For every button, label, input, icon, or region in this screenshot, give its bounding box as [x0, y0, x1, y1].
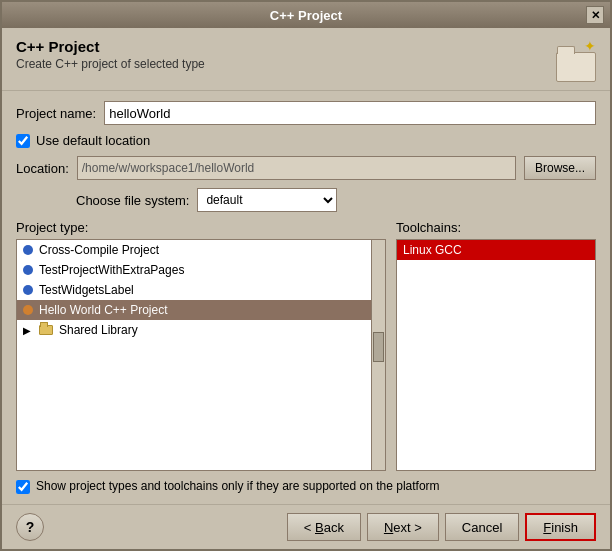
use-default-location-label: Use default location [36, 133, 150, 148]
project-type-label: Project type: [16, 220, 386, 235]
toolchains-label: Toolchains: [396, 220, 596, 235]
project-toolchain-section: Project type: Cross-Compile Project Test… [16, 220, 596, 471]
cancel-button[interactable]: Cancel [445, 513, 519, 541]
folder-item [39, 325, 53, 335]
project-type-list-container: Cross-Compile Project TestProjectWithExt… [16, 239, 386, 471]
notice-highlight: if [247, 479, 253, 493]
location-row: Location: Browse... [16, 156, 596, 180]
toolchain-item-selected[interactable]: Linux GCC [397, 240, 595, 260]
toolchain-item-label: Linux GCC [403, 243, 462, 257]
dot-icon [23, 285, 33, 295]
next-button-label: Next > [384, 520, 422, 535]
next-button[interactable]: Next > [367, 513, 439, 541]
notice-text: Show project types and toolchains only i… [36, 479, 440, 493]
location-label: Location: [16, 161, 69, 176]
use-default-location-row: Use default location [16, 133, 596, 148]
back-button-label: < Back [304, 520, 344, 535]
project-type-item-label: Hello World C++ Project [39, 303, 168, 317]
project-name-label: Project name: [16, 106, 96, 121]
project-type-list: Cross-Compile Project TestProjectWithExt… [17, 240, 385, 470]
list-item[interactable]: TestWidgetsLabel [17, 280, 385, 300]
filesystem-select[interactable]: default [197, 188, 337, 212]
scrollbar-track[interactable] [371, 240, 385, 470]
notice-text-before: Show project types and toolchains only [36, 479, 247, 493]
main-content: Project name: Use default location Locat… [2, 91, 610, 504]
project-type-item-label: Cross-Compile Project [39, 243, 159, 257]
button-bar: ? < Back Next > Cancel Finish [2, 504, 610, 549]
dialog-subtitle: Create C++ project of selected type [16, 57, 205, 71]
header-icon-area: ✦ [546, 38, 596, 82]
folder-icon [39, 325, 53, 335]
project-type-item-label: Shared Library [59, 323, 138, 337]
dialog-title: C++ Project [16, 38, 205, 55]
scrollbar-thumb[interactable] [373, 332, 384, 362]
project-name-input[interactable] [104, 101, 596, 125]
folder-icon [556, 52, 596, 82]
filesystem-label: Choose file system: [76, 193, 189, 208]
close-icon: ✕ [591, 9, 600, 22]
list-item[interactable]: ▶ Shared Library [17, 320, 385, 340]
location-input[interactable] [77, 156, 516, 180]
project-name-row: Project name: [16, 101, 596, 125]
finish-button-label: Finish [543, 520, 578, 535]
window-title: C++ Project [270, 8, 342, 23]
dot-icon [23, 245, 33, 255]
header-left: C++ Project Create C++ project of select… [16, 38, 205, 71]
header-section: C++ Project Create C++ project of select… [2, 28, 610, 91]
list-item[interactable]: Cross-Compile Project [17, 240, 385, 260]
expand-arrow-icon: ▶ [23, 325, 31, 336]
notice-text-after: they are supported on the platform [256, 479, 439, 493]
action-buttons: < Back Next > Cancel Finish [287, 513, 596, 541]
toolchain-list: Linux GCC [396, 239, 596, 471]
notice-row: Show project types and toolchains only i… [16, 479, 596, 494]
dot-icon [23, 265, 33, 275]
list-item-selected[interactable]: Hello World C++ Project [17, 300, 385, 320]
project-type-item-label: TestWidgetsLabel [39, 283, 134, 297]
browse-button[interactable]: Browse... [524, 156, 596, 180]
toolchain-panel: Toolchains: Linux GCC [396, 220, 596, 471]
use-default-location-checkbox[interactable] [16, 134, 30, 148]
finish-button[interactable]: Finish [525, 513, 596, 541]
notice-checkbox[interactable] [16, 480, 30, 494]
close-button[interactable]: ✕ [586, 6, 604, 24]
dot-icon [23, 305, 33, 315]
filesystem-row: Choose file system: default [76, 188, 596, 212]
window: C++ Project ✕ C++ Project Create C++ pro… [0, 0, 612, 551]
project-type-item-label: TestProjectWithExtraPages [39, 263, 184, 277]
title-bar: C++ Project ✕ [2, 2, 610, 28]
list-item[interactable]: TestProjectWithExtraPages [17, 260, 385, 280]
back-button[interactable]: < Back [287, 513, 361, 541]
help-button[interactable]: ? [16, 513, 44, 541]
project-type-panel: Project type: Cross-Compile Project Test… [16, 220, 386, 471]
